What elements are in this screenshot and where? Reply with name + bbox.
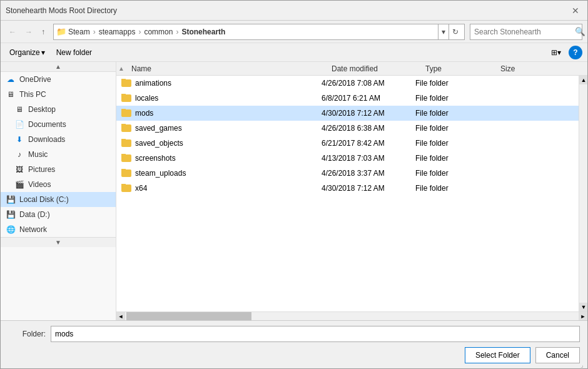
local-disk-icon: 💾: [6, 195, 16, 205]
onedrive-icon: ☁: [6, 74, 16, 84]
file-type: File folder: [410, 169, 485, 178]
table-row[interactable]: screenshots4/13/2018 7:03 AMFile folder: [116, 151, 579, 166]
sidebar-item-data-d[interactable]: 💾 Data (D:): [1, 207, 116, 222]
folder-icon: [121, 139, 131, 147]
help-button[interactable]: ?: [569, 46, 582, 59]
sidebar-item-onedrive[interactable]: ☁ OneDrive: [1, 72, 116, 87]
col-header-type[interactable]: Type: [420, 63, 495, 74]
col-header-name[interactable]: Name: [126, 63, 327, 74]
file-list: animations4/26/2018 7:08 AMFile folderlo…: [116, 76, 579, 311]
nav-toolbar: ← → ↑ 📁 Steam › steamapps › common › Sto…: [1, 21, 587, 43]
content-area: ▲ Name Date modified Type Size animation…: [116, 62, 587, 320]
cancel-button[interactable]: Cancel: [535, 347, 580, 363]
organize-button[interactable]: Organize ▾: [6, 47, 49, 58]
sidebar-item-pictures[interactable]: 🖼 Pictures: [1, 162, 116, 177]
new-folder-button[interactable]: New folder: [53, 47, 96, 58]
sidebar-label-network: Network: [19, 225, 47, 234]
documents-icon: 📄: [14, 119, 24, 129]
table-row[interactable]: mods4/30/2018 7:12 AMFile folder: [116, 106, 579, 121]
hscroll-right[interactable]: ►: [579, 312, 587, 321]
sidebar-label-documents: Documents: [28, 120, 66, 129]
dialog-title: Stonehearth Mods Root Directory: [6, 6, 117, 15]
dropdown-button[interactable]: ▾: [438, 24, 449, 39]
table-row[interactable]: saved_games4/26/2018 6:38 AMFile folder: [116, 121, 579, 136]
scroll-down-btn[interactable]: ▼: [579, 303, 587, 311]
folder-row: Folder:: [8, 326, 580, 342]
vertical-scrollbar[interactable]: ▲ ▼: [579, 76, 587, 311]
file-dialog: Stonehearth Mods Root Directory ✕ ← → ↑ …: [0, 0, 588, 369]
close-button[interactable]: ✕: [569, 4, 582, 18]
file-name: saved_objects: [135, 139, 183, 148]
sidebar-item-network[interactable]: 🌐 Network: [1, 222, 116, 237]
sidebar-label-downloads: Downloads: [28, 135, 65, 144]
hscroll-left[interactable]: ◄: [116, 312, 125, 321]
sidebar-label-music: Music: [28, 150, 48, 159]
file-date: 4/30/2018 7:12 AM: [317, 184, 410, 193]
sidebar-item-music[interactable]: ♪ Music: [1, 147, 116, 162]
forward-button[interactable]: →: [22, 26, 36, 38]
file-type: File folder: [410, 154, 485, 163]
data-d-icon: 💾: [6, 210, 16, 220]
folder-icon: [121, 94, 131, 102]
network-icon: 🌐: [6, 225, 16, 235]
file-name: animations: [135, 79, 171, 88]
file-type: File folder: [410, 79, 485, 88]
folder-icon: [121, 154, 131, 162]
select-folder-button[interactable]: Select Folder: [465, 347, 530, 363]
sidebar-label-data-d: Data (D:): [19, 210, 50, 219]
folder-label: Folder:: [8, 330, 46, 338]
file-name: locales: [135, 94, 158, 103]
sidebar-label-videos: Videos: [28, 180, 51, 189]
table-row[interactable]: steam_uploads4/26/2018 3:37 AMFile folde…: [116, 166, 579, 181]
sidebar-item-desktop[interactable]: 🖥 Desktop: [1, 102, 116, 117]
downloads-icon: ⬇: [14, 134, 24, 144]
sidebar-item-local-disk[interactable]: 💾 Local Disk (C:): [1, 192, 116, 207]
desktop-icon: 🖥: [14, 104, 24, 114]
refresh-button[interactable]: ↻: [449, 24, 462, 39]
second-toolbar: Organize ▾ New folder ⊞▾ ?: [1, 43, 587, 62]
sidebar-item-videos[interactable]: 🎬 Videos: [1, 177, 116, 192]
file-date: 4/26/2018 7:08 AM: [317, 79, 410, 88]
music-icon: ♪: [14, 149, 24, 159]
view-button[interactable]: ⊞▾: [547, 47, 565, 58]
table-row[interactable]: animations4/26/2018 7:08 AMFile folder: [116, 76, 579, 91]
file-date: 4/13/2018 7:03 AM: [317, 154, 410, 163]
sidebar-label-thispc: This PC: [19, 90, 46, 99]
file-type: File folder: [410, 139, 485, 148]
file-name: mods: [135, 109, 153, 118]
folder-icon: [121, 79, 131, 87]
main-area: ▲ ☁ OneDrive 🖥 This PC 🖥 Desktop 📄 Docum…: [1, 62, 587, 320]
sidebar-label-local-disk: Local Disk (C:): [19, 195, 69, 204]
up-button[interactable]: ↑: [38, 26, 48, 38]
sidebar-item-documents[interactable]: 📄 Documents: [1, 117, 116, 132]
scroll-up-btn[interactable]: ▲: [579, 76, 587, 84]
folder-icon: [121, 184, 131, 192]
search-box: 🔍: [470, 24, 582, 40]
table-row[interactable]: x644/30/2018 7:12 AMFile folder: [116, 181, 579, 196]
col-header-size[interactable]: Size: [495, 63, 587, 74]
sidebar-item-thispc[interactable]: 🖥 This PC: [1, 87, 116, 102]
sidebar-item-downloads[interactable]: ⬇ Downloads: [1, 132, 116, 147]
table-row[interactable]: locales6/8/2017 6:21 AMFile folder: [116, 91, 579, 106]
col-header-date[interactable]: Date modified: [327, 63, 420, 74]
file-date: 4/26/2018 6:38 AM: [317, 124, 410, 133]
search-input[interactable]: [470, 26, 572, 38]
sidebar-scroll-down[interactable]: ▼: [1, 237, 116, 247]
sidebar-scroll-up[interactable]: ▲: [1, 62, 116, 72]
column-headers: ▲ Name Date modified Type Size: [116, 62, 587, 76]
file-name: steam_uploads: [135, 169, 186, 178]
file-type: File folder: [410, 94, 485, 103]
folder-input[interactable]: [51, 326, 580, 342]
resize-handle[interactable]: ⌟: [580, 361, 588, 369]
back-button[interactable]: ←: [6, 26, 19, 38]
button-row: Select Folder Cancel: [8, 347, 580, 363]
thispc-icon: 🖥: [6, 89, 16, 99]
search-button[interactable]: 🔍: [572, 27, 588, 36]
title-bar: Stonehearth Mods Root Directory ✕: [1, 1, 587, 21]
hscroll-thumb[interactable]: [126, 312, 251, 321]
sidebar-label-pictures: Pictures: [28, 165, 55, 174]
table-row[interactable]: saved_objects6/21/2017 8:42 AMFile folde…: [116, 136, 579, 151]
file-name: screenshots: [135, 154, 176, 163]
sidebar-label-onedrive: OneDrive: [19, 75, 51, 84]
hscroll-track: [125, 312, 579, 321]
